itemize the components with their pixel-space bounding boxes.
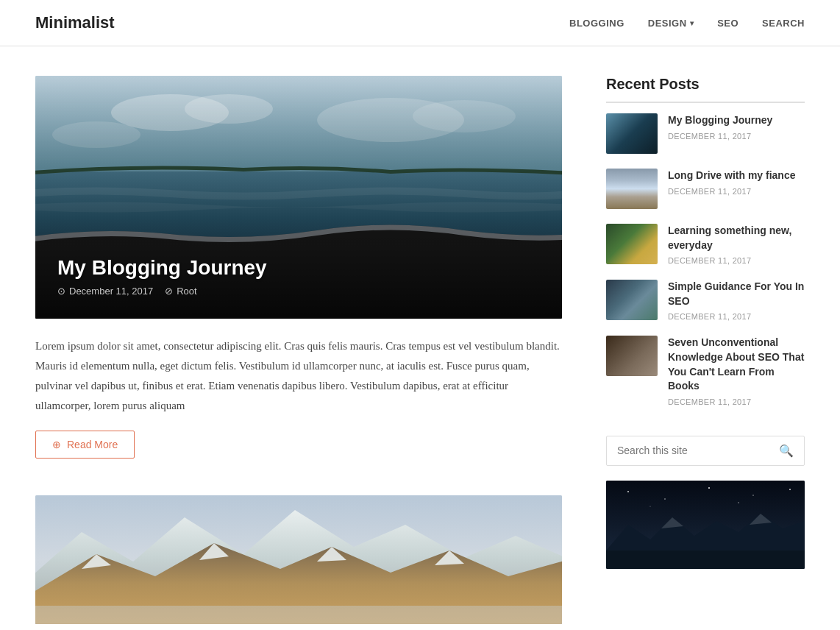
recent-posts-section: Recent Posts My Blogging Journey DECEMBE… — [606, 76, 805, 406]
recent-posts-heading: Recent Posts — [606, 76, 805, 103]
second-post — [35, 495, 562, 624]
sidebar-bottom-image — [606, 481, 805, 569]
hero-post: My Blogging Journey ⊙ December 11, 2017 … — [35, 76, 562, 319]
circle-arrow-icon: ⊕ — [52, 439, 61, 450]
svg-point-17 — [738, 502, 738, 503]
search-input[interactable] — [607, 437, 769, 464]
second-post-image — [35, 495, 562, 624]
author-icon: ⊘ — [165, 286, 173, 297]
thumb-image-4 — [606, 280, 658, 320]
nav-seo[interactable]: SEO — [717, 18, 738, 29]
recent-post-date-1: DECEMBER 11, 2017 — [668, 132, 805, 141]
read-more-label: Read More — [67, 439, 118, 450]
recent-post-title-5: Seven Unconventional Knowledge About SEO… — [668, 336, 805, 393]
recent-post-date-5: DECEMBER 11, 2017 — [668, 397, 805, 406]
recent-post-thumb-3 — [606, 224, 658, 264]
nav-search[interactable]: SEARCH — [762, 18, 805, 29]
svg-point-14 — [752, 495, 754, 496]
hero-title: My Blogging Journey — [57, 256, 267, 280]
site-header: Minimalist BLOGGING DESIGN ▾ SEO SEARCH — [0, 0, 840, 46]
recent-post-title-4: Simple Guidance For You In SEO — [668, 280, 805, 308]
recent-post-date-2: DECEMBER 11, 2017 — [668, 187, 805, 196]
hero-author-meta: ⊘ Root — [165, 286, 196, 297]
thumb-image-3 — [606, 224, 658, 264]
recent-post-info-5: Seven Unconventional Knowledge About SEO… — [668, 336, 805, 406]
hero-date: December 11, 2017 — [69, 286, 153, 297]
thumb-image-2 — [606, 169, 658, 209]
post-excerpt: Lorem ipsum dolor sit amet, consectetur … — [35, 336, 562, 416]
search-box[interactable]: 🔍 — [606, 436, 805, 466]
recent-post-item[interactable]: My Blogging Journey DECEMBER 11, 2017 — [606, 113, 805, 154]
clock-icon: ⊙ — [57, 286, 65, 297]
recent-post-info-3: Learning something new, everyday DECEMBE… — [668, 224, 805, 265]
thumb-image-5 — [606, 336, 658, 376]
search-button[interactable]: 🔍 — [769, 436, 804, 465]
svg-point-12 — [664, 498, 666, 500]
mountains-bg — [35, 495, 562, 624]
svg-point-16 — [649, 506, 650, 506]
main-content: My Blogging Journey ⊙ December 11, 2017 … — [35, 76, 562, 624]
nav-design-label: DESIGN — [648, 18, 687, 29]
recent-post-thumb-1 — [606, 113, 658, 154]
page-wrapper: My Blogging Journey ⊙ December 11, 2017 … — [0, 46, 840, 630]
hero-caption: My Blogging Journey ⊙ December 11, 2017 … — [57, 256, 267, 297]
nav-blogging[interactable]: BLOGGING — [569, 18, 624, 29]
site-title: Minimalist — [35, 13, 115, 32]
recent-post-info-4: Simple Guidance For You In SEO DECEMBER … — [668, 280, 805, 321]
recent-post-date-3: DECEMBER 11, 2017 — [668, 256, 805, 265]
recent-post-item-2[interactable]: Long Drive with my fiance DECEMBER 11, 2… — [606, 169, 805, 209]
read-more-button[interactable]: ⊕ Read More — [35, 431, 135, 459]
recent-post-info-1: My Blogging Journey DECEMBER 11, 2017 — [668, 113, 805, 141]
recent-post-date-4: DECEMBER 11, 2017 — [668, 312, 805, 321]
hero-meta: ⊙ December 11, 2017 ⊘ Root — [57, 286, 267, 297]
recent-post-item-4[interactable]: Simple Guidance For You In SEO DECEMBER … — [606, 280, 805, 321]
svg-point-15 — [789, 489, 791, 490]
chevron-down-icon: ▾ — [690, 19, 694, 27]
svg-rect-9 — [35, 606, 562, 624]
svg-point-11 — [627, 491, 629, 492]
thumb-image-1 — [606, 113, 658, 154]
sidebar: Recent Posts My Blogging Journey DECEMBE… — [606, 76, 805, 624]
recent-post-thumb-5 — [606, 336, 658, 376]
recent-post-item-5[interactable]: Seven Unconventional Knowledge About SEO… — [606, 336, 805, 406]
recent-post-thumb-4 — [606, 280, 658, 320]
main-nav: BLOGGING DESIGN ▾ SEO SEARCH — [569, 18, 805, 29]
hero-author: Root — [177, 286, 196, 297]
sidebar-dark-bg — [606, 481, 805, 569]
recent-post-thumb-2 — [606, 169, 658, 209]
hero-date-meta: ⊙ December 11, 2017 — [57, 286, 153, 297]
recent-post-info-2: Long Drive with my fiance DECEMBER 11, 2… — [668, 169, 805, 196]
recent-post-title-2: Long Drive with my fiance — [668, 169, 805, 183]
nav-design[interactable]: DESIGN ▾ — [648, 18, 694, 29]
svg-point-13 — [708, 487, 710, 489]
recent-post-title-3: Learning something new, everyday — [668, 224, 805, 252]
search-icon: 🔍 — [779, 445, 794, 457]
recent-post-title-1: My Blogging Journey — [668, 113, 805, 128]
recent-post-item-3[interactable]: Learning something new, everyday DECEMBE… — [606, 224, 805, 265]
hero-image-container: My Blogging Journey ⊙ December 11, 2017 … — [35, 76, 562, 319]
